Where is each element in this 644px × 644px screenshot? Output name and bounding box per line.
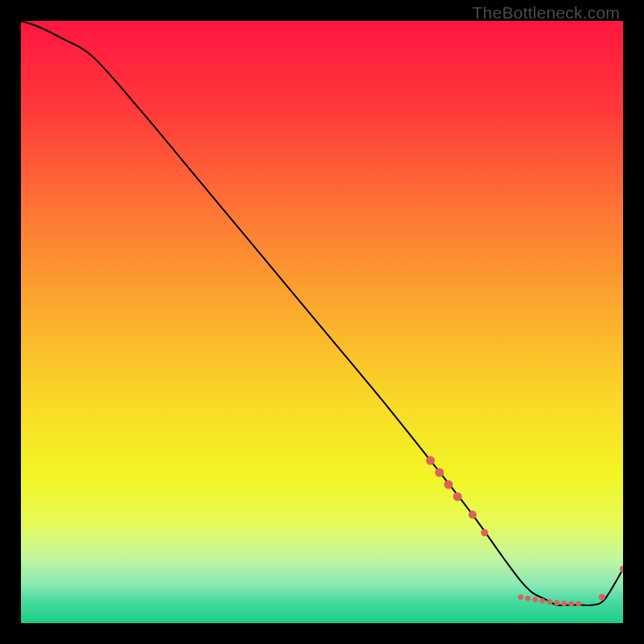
curve-marker: [525, 596, 530, 601]
curve-marker: [469, 510, 477, 518]
curve-marker: [576, 601, 581, 607]
curve-marker: [518, 594, 523, 600]
gradient-background: [21, 21, 623, 623]
curve-marker: [599, 594, 605, 601]
bottleneck-chart: [21, 21, 623, 623]
chart-frame: [21, 21, 623, 623]
watermark-text: TheBottleneck.com: [473, 3, 620, 23]
curve-marker: [453, 492, 462, 501]
curve-marker: [481, 529, 488, 536]
curve-marker: [568, 601, 574, 607]
curve-marker: [435, 469, 444, 477]
curve-marker: [426, 456, 435, 465]
curve-marker: [554, 601, 559, 606]
curve-marker: [444, 480, 453, 489]
curve-marker: [547, 599, 552, 605]
curve-marker: [561, 601, 567, 606]
curve-marker: [539, 598, 545, 604]
curve-marker: [532, 597, 538, 602]
